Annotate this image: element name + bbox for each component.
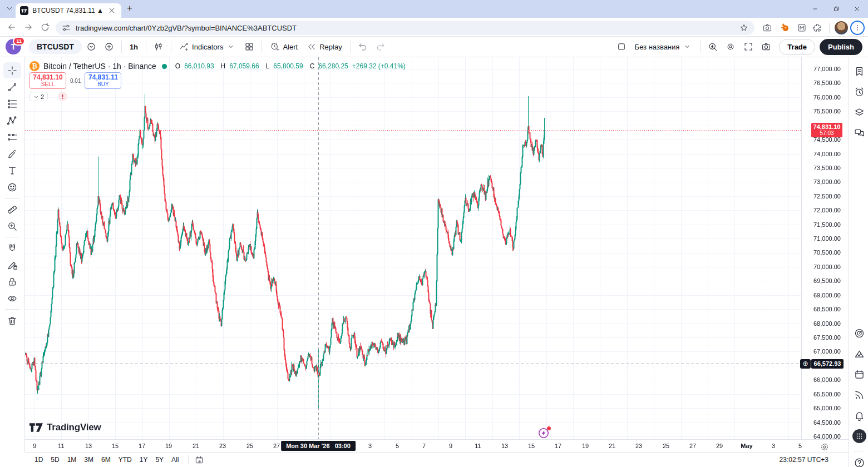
window-close-button[interactable] xyxy=(846,0,868,18)
tool-xabcd-pattern-icon[interactable] xyxy=(3,112,21,128)
axis-settings-gear-icon[interactable] xyxy=(820,442,830,452)
snapshot-camera-icon[interactable] xyxy=(758,38,775,55)
forward-icon[interactable] xyxy=(20,22,37,32)
window-minimize-button[interactable] xyxy=(804,0,826,18)
watchlist-icon[interactable] xyxy=(852,64,866,78)
url-text[interactable]: tradingview.com/chart/0Yzb2gVB/?symbol=B… xyxy=(76,24,734,32)
range-all-button[interactable]: All xyxy=(167,454,183,466)
buy-button[interactable]: 74,831.11 BUY xyxy=(85,72,121,89)
publish-button[interactable]: Publish xyxy=(820,39,862,55)
indicators-button[interactable]: Indicators xyxy=(175,39,240,54)
tool-brush-icon[interactable] xyxy=(3,146,21,162)
sell-button[interactable]: 74,831.10 SELL xyxy=(29,72,66,89)
new-tab-button[interactable]: + xyxy=(127,3,132,14)
alert-button[interactable]: Alert xyxy=(266,39,302,54)
layout-name-button[interactable]: Без названия xyxy=(631,39,697,54)
toolbar-divider xyxy=(5,198,19,198)
alerts-icon[interactable] xyxy=(852,85,866,99)
time-tick-label: 5 xyxy=(798,443,802,449)
collapse-indicators-button[interactable]: 2 xyxy=(29,92,48,101)
price-tick-label: 70,000.00 xyxy=(813,264,841,270)
range-ytd-button[interactable]: YTD xyxy=(115,454,136,466)
tool-emoji-icon[interactable] xyxy=(3,179,21,195)
boost-lightning-icon[interactable] xyxy=(537,427,551,440)
apps-menu-icon[interactable] xyxy=(852,429,866,443)
undo-icon[interactable] xyxy=(354,38,371,55)
symbol-search-button[interactable]: BTCUSDT xyxy=(29,39,82,54)
fullscreen-icon[interactable] xyxy=(740,38,757,55)
spread-value: 0.01 xyxy=(66,78,85,84)
clock-timezone[interactable]: 23:02:57 UTC+3 xyxy=(780,456,828,464)
calendar-icon[interactable] xyxy=(852,367,866,381)
range-1y-button[interactable]: 1Y xyxy=(136,454,152,466)
hotlists-icon[interactable] xyxy=(852,326,866,340)
tab-close-icon[interactable] xyxy=(107,6,117,16)
market-status-icon[interactable] xyxy=(162,64,167,69)
address-bar[interactable]: tradingview.com/chart/0Yzb2gVB/?symbol=B… xyxy=(56,21,754,35)
chart-legend[interactable]: ₿ Bitcoin / TetherUS · 1h · Binance O66,… xyxy=(29,61,406,72)
settings-gear-icon[interactable] xyxy=(722,38,739,55)
boost-badge xyxy=(547,426,551,430)
tool-projection-icon[interactable] xyxy=(3,129,21,145)
chart-type-icon[interactable] xyxy=(150,38,167,55)
price-tick-label: 65,000.00 xyxy=(813,405,841,411)
site-settings-icon[interactable] xyxy=(61,23,71,33)
reload-icon[interactable] xyxy=(37,22,53,32)
extension-orange-icon[interactable] xyxy=(780,23,790,33)
compare-add-icon[interactable] xyxy=(101,38,117,55)
range-1m-button[interactable]: 1M xyxy=(63,454,81,466)
tool-drawing-mode-icon[interactable] xyxy=(3,257,21,273)
range-3m-button[interactable]: 3M xyxy=(80,454,97,466)
ideas-icon[interactable] xyxy=(852,346,866,361)
trade-button[interactable]: Trade xyxy=(779,39,815,55)
tool-crosshair-icon[interactable] xyxy=(3,62,21,78)
tool-magnet-icon[interactable] xyxy=(3,240,21,256)
browser-menu-icon[interactable] xyxy=(850,21,865,35)
tool-ruler-icon[interactable] xyxy=(3,201,21,217)
price-tick-label: 71,500.00 xyxy=(813,221,841,228)
window-restore-button[interactable] xyxy=(825,0,847,18)
symbol-title[interactable]: Bitcoin / TetherUS · 1h · Binance xyxy=(43,62,156,71)
bookmark-star-icon[interactable] xyxy=(739,23,749,33)
object-tree-icon[interactable] xyxy=(852,105,866,120)
tool-lock-all-icon[interactable] xyxy=(3,274,21,290)
extension-m-icon[interactable] xyxy=(797,23,807,33)
interval-button[interactable]: 1h xyxy=(126,40,142,54)
browser-tab[interactable]: BTCUSDT 74,831.11 ▲ +0.94% Без названия xyxy=(16,3,121,18)
time-tick-label: 13 xyxy=(85,443,92,449)
notifications-icon[interactable] xyxy=(852,408,866,423)
help-icon[interactable] xyxy=(852,455,866,467)
back-icon[interactable] xyxy=(3,22,20,32)
add-order-plus-icon[interactable]: ⊕ xyxy=(800,359,811,369)
tool-zoom-in-icon[interactable] xyxy=(3,218,21,234)
tool-text-icon[interactable] xyxy=(3,162,21,178)
range-6m-button[interactable]: 6M xyxy=(97,454,115,466)
tool-hide-all-icon[interactable] xyxy=(3,290,21,306)
news-feed-icon[interactable] xyxy=(852,387,866,402)
tool-remove-all-icon[interactable] xyxy=(3,312,21,329)
tab-search-icon[interactable] xyxy=(4,3,14,13)
bar-countdown: 57:03 xyxy=(811,130,842,136)
time-tick-label: 17 xyxy=(555,443,561,449)
browser-profile-avatar[interactable] xyxy=(835,21,848,34)
save-layout-icon[interactable] xyxy=(613,38,630,55)
range-5y-button[interactable]: 5Y xyxy=(151,454,167,466)
user-avatar[interactable]: T11 xyxy=(6,39,21,54)
go-to-date-icon[interactable] xyxy=(194,455,204,465)
time-tick-label: 3 xyxy=(772,443,775,449)
tool-trend-line-icon[interactable] xyxy=(3,79,21,95)
layout-grid-icon[interactable] xyxy=(241,38,258,55)
extensions-puzzle-icon[interactable] xyxy=(812,23,822,33)
date-range-buttons: 1D5D1M3M6MYTD1Y5YAll xyxy=(31,454,183,466)
time-axis[interactable]: 53May29272523211917151311975327252321191… xyxy=(25,439,849,452)
symbol-detail-icon[interactable] xyxy=(83,38,100,55)
replay-button[interactable]: Replay xyxy=(303,39,346,54)
range-1d-button[interactable]: 1D xyxy=(31,454,47,466)
tool-fib-retracement-icon[interactable] xyxy=(3,96,21,112)
range-5d-button[interactable]: 5D xyxy=(47,454,63,466)
chat-icon[interactable] xyxy=(852,126,866,140)
warning-icon[interactable]: ! xyxy=(58,92,67,101)
browser-camera-icon[interactable] xyxy=(762,23,772,33)
quick-search-icon[interactable] xyxy=(704,38,721,55)
price-axis[interactable]: 64,000.0064,500.0065,000.0065,500.0066,0… xyxy=(801,57,849,439)
